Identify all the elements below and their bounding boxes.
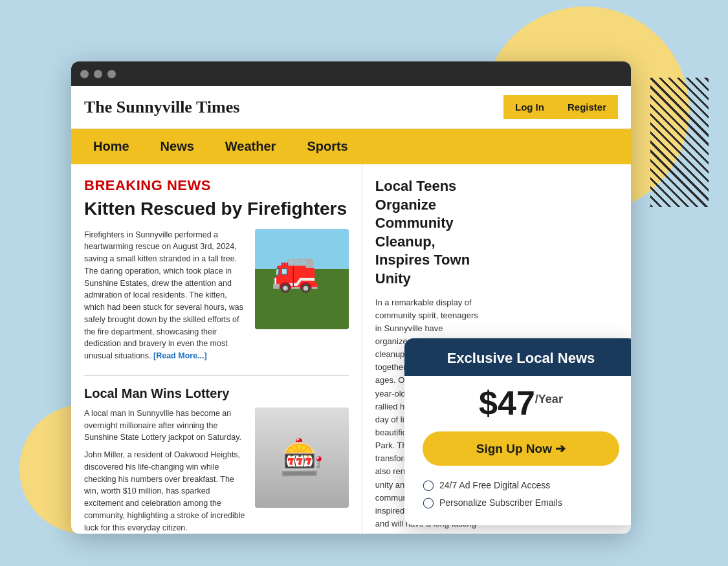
signup-button[interactable]: Sign Up Now ➔: [423, 431, 619, 466]
popup-price-section: $47/Year: [404, 376, 631, 425]
right-column-wrapper: Local Teens Organize Community Cleanup, …: [362, 164, 631, 534]
firefighter-image: [255, 229, 349, 329]
check-icon-1: ◯: [423, 479, 434, 491]
lottery-body: John Miller, a resident of Oakwood Heigh…: [84, 449, 246, 534]
price-period: /Year: [535, 393, 563, 406]
community-title: Local Teens Organize Community Cleanup, …: [375, 177, 478, 288]
nav-item-weather[interactable]: Weather: [210, 129, 292, 164]
lottery-intro: A local man in Sunnyville has become an …: [84, 408, 246, 444]
article-divider: [84, 375, 349, 376]
nav-item-home[interactable]: Home: [78, 129, 145, 164]
check-icon-2: ◯: [423, 496, 434, 508]
nav-item-sports[interactable]: Sports: [291, 129, 363, 164]
bg-stripe-decoration: [650, 78, 709, 207]
site-nav: Home News Weather Sports: [71, 129, 631, 164]
feature-item-1: ◯ 24/7 Ad Free Digital Access: [423, 479, 619, 491]
main-content: BREAKING NEWS Kitten Rescued by Firefigh…: [71, 164, 631, 534]
price-value: $47: [479, 384, 535, 422]
feature-item-2: ◯ Personalize Subscriber Emails: [423, 496, 619, 508]
browser-dot-maximize: [107, 70, 116, 78]
left-column: BREAKING NEWS Kitten Rescued by Firefigh…: [71, 164, 362, 534]
lottery-text: A local man in Sunnyville has become an …: [84, 408, 246, 534]
popup-price-amount: $47/Year: [479, 384, 563, 422]
feature-label-1: 24/7 Ad Free Digital Access: [439, 480, 550, 490]
breaking-news-title: Kitten Rescued by Firefighters: [84, 198, 349, 220]
browser-window: The Sunnyville Times Log In Register Hom…: [71, 61, 631, 534]
nav-item-news[interactable]: News: [145, 129, 210, 164]
breaking-news-label: BREAKING NEWS: [84, 177, 349, 194]
signup-label: Sign Up Now: [476, 442, 552, 455]
lottery-photo: [255, 408, 349, 508]
breaking-news-article: Firefighters in Sunnyville performed a h…: [84, 229, 349, 362]
feature-label-2: Personalize Subscriber Emails: [439, 497, 562, 508]
header-buttons: Log In Register: [503, 95, 618, 119]
lottery-image: [255, 408, 349, 508]
breaking-news-body: Firefighters in Sunnyville performed a h…: [84, 230, 243, 361]
popup-header: Exclusive Local News: [404, 338, 631, 376]
browser-titlebar: [71, 61, 631, 86]
subscription-popup: Exclusive Local News $47/Year Sign Up No…: [404, 338, 631, 525]
login-button[interactable]: Log In: [503, 95, 556, 119]
site-title: The Sunnyville Times: [84, 98, 239, 117]
browser-dot-minimize: [94, 70, 102, 78]
lottery-title: Local Man Wins Lottery: [84, 386, 349, 401]
breaking-news-read-more[interactable]: [Read More...]: [153, 351, 207, 360]
browser-dot-close: [80, 70, 89, 78]
arrow-icon: ➔: [555, 442, 566, 455]
popup-features-list: ◯ 24/7 Ad Free Digital Access ◯ Personal…: [404, 476, 631, 525]
lottery-article: A local man in Sunnyville has become an …: [84, 408, 349, 534]
breaking-news-text: Firefighters in Sunnyville performed a h…: [84, 229, 246, 362]
site-header: The Sunnyville Times Log In Register: [71, 86, 631, 129]
firefighter-photo: [255, 229, 349, 329]
register-button[interactable]: Register: [556, 95, 618, 119]
